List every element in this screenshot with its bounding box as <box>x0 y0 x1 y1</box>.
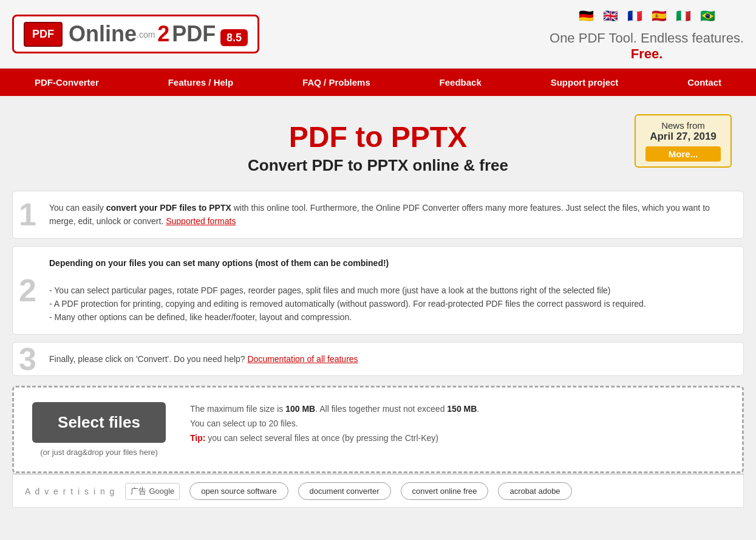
upload-inner: Select files (or just drag&drop your fil… <box>32 402 724 457</box>
logo-version: 8.5 <box>220 29 248 46</box>
google-text: Google <box>149 487 174 496</box>
main-nav: PDF-Converter Features / Help FAQ / Prob… <box>0 69 756 96</box>
header: PDF Online.com 2 PDF 8.5 🇩🇪 🇬🇧 🇫🇷 🇪🇸 🇮🇹 … <box>0 0 756 69</box>
nav-pdf-converter[interactable]: PDF-Converter <box>22 69 111 96</box>
step-2-text: Depending on your files you can set many… <box>49 256 731 324</box>
flag-es[interactable]: 🇪🇸 <box>649 6 669 26</box>
steps-container: 1 You can easily convert your PDF files … <box>12 191 744 376</box>
title-section: PDF to PPTX Convert PDF to PPTX online &… <box>12 108 744 181</box>
flag-fr[interactable]: 🇫🇷 <box>625 6 644 26</box>
flag-br[interactable]: 🇧🇷 <box>698 6 717 26</box>
file-size-info: The maximum file size is 100 MB. All fil… <box>190 402 479 417</box>
ad-button-1[interactable]: document converter <box>298 482 391 500</box>
step-2-number: 2 <box>19 275 36 306</box>
google-badge: 广告 Google <box>125 483 180 500</box>
pdf-icon: PDF <box>24 22 63 47</box>
flag-gb[interactable]: 🇬🇧 <box>601 6 620 26</box>
step-1-text: You can easily convert your PDF files to… <box>49 201 731 228</box>
advertising-bar: A d v e r t i s i n g 广告 Google open sou… <box>12 473 744 508</box>
ad-button-0[interactable]: open source software <box>189 482 288 500</box>
news-more-button[interactable]: More... <box>645 146 721 162</box>
logo-com: .com <box>137 30 155 39</box>
header-right: 🇩🇪 🇬🇧 🇫🇷 🇪🇸 🇮🇹 🇧🇷 One PDF Tool. Endless … <box>550 6 744 62</box>
flag-de[interactable]: 🇩🇪 <box>576 6 596 26</box>
logo-two: 2 <box>157 21 169 46</box>
step-3: 3 Finally, please click on 'Convert'. Do… <box>12 342 744 376</box>
tip-text: you can select several files at once (by… <box>205 433 438 443</box>
tip-label: Tip: <box>190 433 205 443</box>
max-total: 150 MB <box>447 404 477 414</box>
ad-button-2[interactable]: convert online free <box>401 482 489 500</box>
max-files: 20 <box>268 419 278 428</box>
advertising-label: A d v e r t i s i n g <box>25 487 115 496</box>
logo-pdf: PDF <box>172 21 216 46</box>
language-flags[interactable]: 🇩🇪 🇬🇧 🇫🇷 🇪🇸 🇮🇹 🇧🇷 <box>576 6 717 26</box>
news-date: April 27, 2019 <box>645 131 721 143</box>
nav-support-project[interactable]: Support project <box>539 69 631 96</box>
tagline: One PDF Tool. Endless features. Free. <box>550 30 744 62</box>
step-2: 2 Depending on your files you can set ma… <box>12 246 744 335</box>
logo-text: Online.com 2 PDF 8.5 <box>69 21 248 47</box>
nav-faq-problems[interactable]: FAQ / Problems <box>290 69 383 96</box>
max-size: 100 MB <box>285 404 315 414</box>
drag-drop-hint: (or just drag&drop your files here) <box>32 448 166 457</box>
file-count-info: You can select up to 20 files. <box>190 417 479 431</box>
step-1-number: 1 <box>19 199 36 230</box>
tip-info: Tip: you can select several files at onc… <box>190 431 479 446</box>
select-files-button[interactable]: Select files <box>32 402 166 443</box>
news-box: News from April 27, 2019 More... <box>635 114 732 168</box>
upload-left: Select files (or just drag&drop your fil… <box>32 402 166 457</box>
nav-contact[interactable]: Contact <box>675 69 734 96</box>
step-1: 1 You can easily convert your PDF files … <box>12 191 744 239</box>
news-label: News from <box>645 120 721 131</box>
flag-it[interactable]: 🇮🇹 <box>673 6 693 26</box>
step-3-number: 3 <box>19 343 36 375</box>
logo-box: PDF Online.com 2 PDF 8.5 <box>12 15 259 53</box>
tagline-line1: One PDF Tool. Endless features. <box>550 30 744 46</box>
google-ad-icon: 广告 <box>131 486 146 497</box>
supported-formats-link[interactable]: Supported formats <box>166 216 236 226</box>
nav-feedback[interactable]: Feedback <box>427 69 494 96</box>
documentation-link[interactable]: Documentation of all features <box>247 354 358 364</box>
file-info: The maximum file size is 100 MB. All fil… <box>190 402 479 445</box>
logo-online: Online <box>69 21 137 46</box>
main-content: PDF to PPTX Convert PDF to PPTX online &… <box>0 96 756 520</box>
ad-button-3[interactable]: acrobat adobe <box>498 482 571 500</box>
step-3-text: Finally, please click on 'Convert'. Do y… <box>49 352 731 366</box>
upload-area: Select files (or just drag&drop your fil… <box>12 386 744 473</box>
nav-features-help[interactable]: Features / Help <box>156 69 246 96</box>
tagline-line2: Free. <box>550 46 744 62</box>
